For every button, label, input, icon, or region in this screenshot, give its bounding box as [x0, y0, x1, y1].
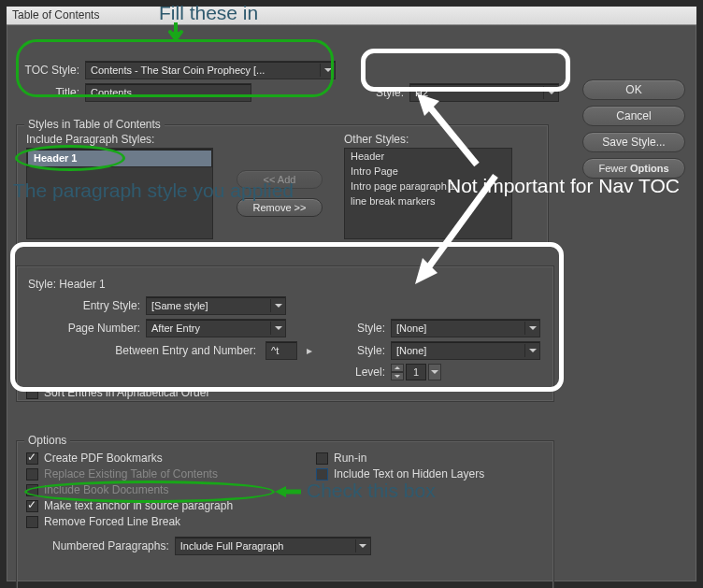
toc-dialog: Table of Contents TOC Style: Contents - … [6, 6, 697, 582]
include-styles-list[interactable]: Header 1 [26, 148, 213, 239]
replace-toc-label: Replace Existing Table of Contents [44, 467, 218, 480]
chevron-down-icon [270, 299, 285, 312]
other-styles-list[interactable]: Header Intro Page Intro page paragraph 1… [344, 148, 512, 239]
entry-style-label: Entry Style: [26, 299, 140, 312]
list-item[interactable]: Intro page paragraph 1 [345, 179, 511, 194]
entry-style-select[interactable]: [Same style] [146, 296, 286, 315]
numbered-label: Numbered Paragraphs: [52, 539, 169, 552]
create-pdf-label: Create PDF Bookmarks [44, 452, 163, 465]
list-item[interactable]: line break markers [345, 194, 511, 208]
char-style2-label: Style: [348, 344, 385, 357]
other-label: Other Styles: [344, 133, 531, 146]
between-input[interactable] [265, 341, 297, 360]
entry-style-value: [Same style] [151, 300, 208, 311]
styles-group: Styles in Table of Contents Include Para… [16, 124, 549, 246]
add-button: << Add [237, 170, 323, 189]
chevron-down-icon[interactable] [428, 364, 441, 380]
chevron-down-icon [524, 344, 539, 357]
title-label: Title: [16, 86, 79, 99]
replace-toc-checkbox [26, 468, 38, 480]
between-label: Between Entry and Number: [26, 344, 260, 357]
chevron-down-icon [355, 539, 370, 552]
page-number-label: Page Number: [26, 322, 140, 335]
sort-checkbox[interactable] [26, 387, 38, 399]
spin-down-icon[interactable] [391, 372, 404, 380]
sort-label: Sort Entries in Alphabetical Order [44, 386, 209, 399]
chevron-down-icon [320, 64, 335, 77]
dialog-title: Table of Contents [12, 8, 99, 22]
anchor-label: Make text anchor in source paragraph [44, 499, 233, 512]
chevron-down-icon [524, 322, 539, 335]
options-group-title: Options [24, 434, 70, 447]
spin-up-icon[interactable] [391, 364, 404, 372]
toc-style-label: TOC Style: [16, 64, 79, 77]
anchor-checkbox[interactable] [26, 500, 38, 512]
options-group: Options Create PDF Bookmarks Replace Exi… [16, 440, 554, 588]
include-book-label: Include Book Documents [44, 483, 168, 496]
title-style-label: Style: [376, 86, 404, 99]
char-style1-label: Style: [348, 322, 385, 335]
remove-break-label: Remove Forced Line Break [44, 515, 180, 528]
dialog-content: TOC Style: Contents - The Star Coin Prop… [7, 25, 696, 581]
ok-button[interactable]: OK [582, 79, 685, 100]
runin-checkbox[interactable] [316, 452, 328, 465]
toc-style-value: Contents - The Star Coin Prophecy [... [91, 65, 265, 76]
title-input[interactable] [85, 83, 251, 102]
list-item[interactable]: Header [345, 149, 511, 164]
title-style-select[interactable]: H2 [409, 83, 559, 102]
chevron-down-icon [270, 322, 285, 335]
dialog-titlebar: Table of Contents [7, 7, 696, 25]
remove-break-checkbox[interactable] [26, 516, 38, 528]
style-detail-group: Style: Header 1 Entry Style: [Same style… [16, 265, 554, 402]
chevron-down-icon [543, 86, 558, 99]
runin-label: Run-in [334, 452, 366, 465]
title-style-value: H2 [415, 87, 428, 98]
page-number-value: After Entry [151, 323, 200, 334]
numbered-select[interactable]: Include Full Paragraph [175, 537, 371, 555]
include-book-checkbox [26, 484, 38, 496]
char-style2-select[interactable]: [None] [391, 341, 540, 360]
hidden-layers-label: Include Text on Hidden Layers [334, 467, 484, 480]
char-style1-select[interactable]: [None] [391, 319, 540, 337]
level-spinner[interactable]: 1 [391, 364, 441, 380]
styles-group-title: Styles in Table of Contents [24, 118, 165, 131]
remove-button[interactable]: Remove >> [237, 198, 323, 217]
toc-style-select[interactable]: Contents - The Star Coin Prophecy [... [85, 61, 336, 79]
create-pdf-checkbox[interactable] [26, 452, 38, 465]
page-number-select[interactable]: After Entry [146, 319, 286, 337]
fewer-options-button[interactable]: Fewer Options [582, 158, 685, 179]
list-item[interactable]: Intro Page [345, 164, 511, 179]
numbered-value: Include Full Paragraph [180, 540, 284, 552]
list-item[interactable]: Header 1 [27, 149, 212, 167]
flyout-icon[interactable]: ▸ [307, 344, 312, 357]
cancel-button[interactable]: Cancel [582, 106, 685, 126]
style-header: Style: Header 1 [28, 278, 544, 291]
save-style-button[interactable]: Save Style... [582, 132, 685, 152]
level-label: Level: [348, 366, 385, 379]
include-label: Include Paragraph Styles: [26, 133, 221, 146]
level-value: 1 [406, 364, 426, 380]
hidden-layers-checkbox[interactable] [316, 468, 328, 480]
